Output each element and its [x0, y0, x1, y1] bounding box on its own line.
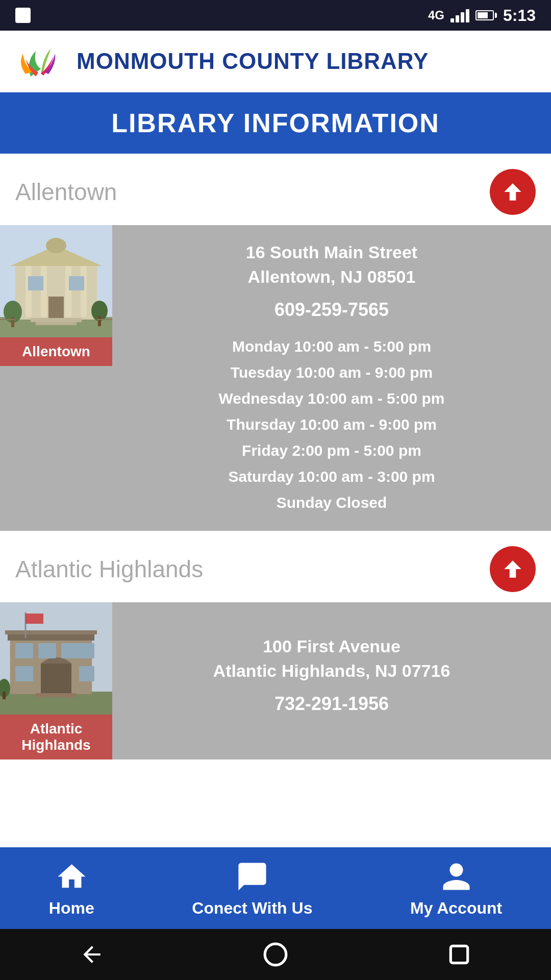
battery-icon	[475, 10, 497, 20]
nav-account[interactable]: My Account	[410, 859, 502, 918]
svg-rect-18	[98, 316, 101, 326]
svg-rect-36	[36, 693, 77, 697]
svg-rect-10	[48, 297, 64, 320]
content-area: Allentown	[0, 154, 551, 760]
svg-rect-6	[26, 266, 32, 317]
svg-rect-33	[79, 666, 94, 681]
svg-rect-40	[450, 946, 467, 963]
atlantic-section-name: Atlantic Highlands	[15, 555, 203, 583]
svg-rect-26	[5, 630, 97, 634]
home-icon	[54, 859, 89, 895]
atlantic-building-svg	[0, 602, 112, 715]
sim-card-icon	[15, 8, 31, 23]
nav-home[interactable]: Home	[49, 859, 94, 918]
network-type-label: 4G	[428, 8, 444, 22]
person-icon	[438, 859, 474, 895]
status-bar-right-icons: 4G 5:13	[428, 6, 536, 25]
allentown-building-svg	[0, 225, 112, 337]
allentown-hours: Monday 10:00 am - 5:00 pm Tuesday 10:00 …	[219, 333, 445, 516]
atlantic-phone: 732-291-1956	[274, 693, 389, 715]
allentown-branch-card: Allentown 16 South Main Street Allentown…	[0, 225, 551, 531]
up-arrow-icon	[500, 179, 525, 205]
svg-rect-9	[81, 266, 87, 317]
svg-rect-30	[61, 643, 79, 658]
home-nav-label: Home	[49, 899, 94, 918]
atlantic-branch-card: Atlantic Highlands 100 First Avenue Atla…	[0, 602, 551, 760]
android-navigation-bar	[0, 929, 551, 980]
allentown-scroll-top-button[interactable]	[490, 169, 536, 215]
svg-rect-7	[41, 266, 47, 317]
allentown-phone: 609-259-7565	[274, 299, 389, 321]
allentown-section-header: Allentown	[0, 154, 551, 225]
app-header: MONMOUTH COUNTY LIBRARY	[0, 31, 551, 92]
atlantic-info: 100 First Avenue Atlantic Highlands, NJ …	[112, 602, 551, 760]
allentown-label: Allentown	[0, 337, 112, 366]
svg-rect-13	[31, 318, 82, 322]
svg-rect-27	[41, 664, 71, 694]
svg-rect-31	[79, 643, 94, 658]
status-time: 5:13	[503, 6, 536, 25]
nav-connect[interactable]: Conect With Us	[192, 859, 312, 918]
svg-rect-12	[69, 276, 84, 290]
svg-point-39	[265, 944, 286, 965]
svg-rect-14	[36, 322, 77, 325]
svg-rect-35	[26, 614, 43, 624]
allentown-section-name: Allentown	[15, 178, 117, 206]
library-logo	[15, 41, 66, 82]
svg-rect-11	[28, 276, 43, 290]
svg-rect-38	[3, 692, 6, 699]
svg-rect-16	[11, 317, 14, 327]
allentown-address: 16 South Main Street Allentown, NJ 08501	[246, 240, 417, 289]
svg-rect-29	[38, 643, 56, 658]
atlantic-section-header: Atlantic Highlands	[0, 531, 551, 602]
chat-icon	[234, 859, 270, 895]
atlantic-image-container: Atlantic Highlands	[0, 602, 112, 760]
android-home-button[interactable]	[263, 942, 288, 967]
connect-nav-label: Conect With Us	[192, 899, 312, 918]
atlantic-scroll-top-button[interactable]	[490, 546, 536, 592]
up-arrow-icon-2	[500, 556, 525, 582]
page-title-bar: LIBRARY INFORMATION	[0, 92, 551, 154]
svg-rect-8	[65, 266, 71, 317]
svg-rect-28	[15, 643, 33, 658]
android-back-button[interactable]	[79, 942, 105, 967]
svg-rect-32	[15, 666, 33, 681]
bottom-navigation: Home Conect With Us My Account	[0, 847, 551, 929]
account-nav-label: My Account	[410, 899, 502, 918]
app-title: MONMOUTH COUNTY LIBRARY	[77, 48, 429, 74]
allentown-info: 16 South Main Street Allentown, NJ 08501…	[112, 225, 551, 531]
signal-strength-icon	[450, 8, 469, 22]
atlantic-image	[0, 602, 112, 715]
status-bar: 4G 5:13	[0, 0, 551, 31]
page-title: LIBRARY INFORMATION	[15, 108, 536, 138]
allentown-image	[0, 225, 112, 337]
atlantic-address: 100 First Avenue Atlantic Highlands, NJ …	[213, 634, 450, 683]
allentown-image-container: Allentown	[0, 225, 112, 531]
status-bar-left-content	[15, 8, 31, 23]
svg-rect-5	[51, 239, 61, 247]
atlantic-label: Atlantic Highlands	[0, 715, 112, 760]
android-recents-button[interactable]	[446, 942, 472, 967]
